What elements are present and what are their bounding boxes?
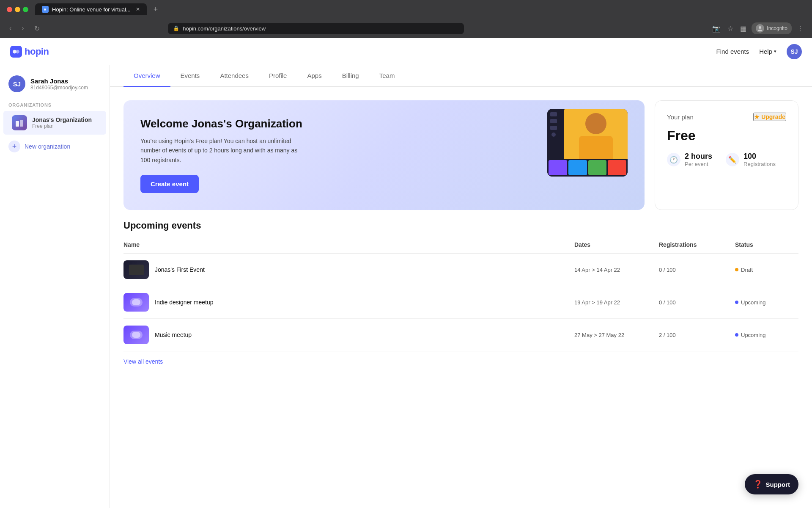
- upcoming-events-section: Upcoming events Name Dates Registrations…: [123, 220, 798, 365]
- event-status-3: Upcoming: [735, 332, 798, 338]
- refresh-button[interactable]: ↻: [32, 23, 42, 34]
- feature-registrations-info: 100 Registrations: [743, 152, 776, 167]
- table-header: Name Dates Registrations Status: [123, 241, 798, 254]
- org-info: Jonas's Organization Free plan: [32, 116, 92, 129]
- event-name-3: Music meetup: [155, 331, 192, 338]
- welcome-description: You're using Hopin's Free plan! You can …: [140, 136, 301, 165]
- browser-titlebar: H Hopin: Online venue for virtual... ✕ +: [0, 0, 812, 19]
- help-dropdown-icon: ▾: [774, 49, 776, 54]
- event-dates-1: 14 Apr > 14 Apr 22: [574, 267, 659, 273]
- welcome-banner: Welcome Jonas's Organization You're usin…: [123, 100, 645, 210]
- tab-close-button[interactable]: ✕: [136, 6, 140, 12]
- new-tab-button[interactable]: +: [154, 5, 158, 14]
- tab-overview[interactable]: Overview: [123, 65, 170, 87]
- tab-profile[interactable]: Profile: [259, 65, 297, 87]
- user-avatar-top[interactable]: SJ: [787, 44, 802, 59]
- help-button[interactable]: Help ▾: [759, 48, 776, 55]
- svg-point-6: [16, 50, 19, 53]
- event-name-cell-1: Jonas's First Event: [123, 260, 574, 279]
- upgrade-button[interactable]: ★ Upgrade: [753, 113, 786, 121]
- event-row-2[interactable]: Indie designer meetup 19 Apr > 19 Apr 22…: [123, 286, 798, 319]
- browser-window: H Hopin: Online venue for virtual... ✕ +…: [0, 0, 812, 508]
- incognito-avatar: [756, 24, 764, 33]
- event-row-3[interactable]: Music meetup 27 May > 27 May 22 2 / 100 …: [123, 319, 798, 351]
- new-organization-button[interactable]: + New organization: [0, 136, 110, 157]
- status-dot-2: [735, 301, 738, 304]
- create-event-button[interactable]: Create event: [140, 175, 199, 193]
- tab-apps[interactable]: Apps: [297, 65, 332, 87]
- top-nav-right: Find events Help ▾ SJ: [716, 44, 802, 59]
- event-dates-3: 27 May > 27 May 22: [574, 332, 659, 338]
- svg-rect-7: [14, 117, 25, 129]
- support-label: Support: [766, 481, 790, 488]
- plan-card-header: Your plan ★ Upgrade: [667, 113, 786, 121]
- view-all-events-link[interactable]: View all events: [123, 358, 163, 365]
- svg-text:H: H: [44, 8, 46, 11]
- status-label-3: Upcoming: [741, 332, 766, 338]
- upcoming-events-title: Upcoming events: [123, 220, 798, 231]
- event-row-1[interactable]: Jonas's First Event 14 Apr > 14 Apr 22 0…: [123, 254, 798, 286]
- sidebar-avatar: SJ: [8, 75, 25, 92]
- org-plan: Free plan: [32, 123, 92, 129]
- event-name-cell-2: Indie designer meetup: [123, 293, 574, 312]
- hours-icon: 🕐: [667, 153, 680, 166]
- plan-feature-registrations: ✏️ 100 Registrations: [726, 152, 776, 167]
- sidebar-toggle-icon[interactable]: ▦: [738, 23, 748, 34]
- browser-addressbar: ‹ › ↻ 🔒 hopin.com/organizations/overview…: [0, 19, 812, 38]
- minimize-window-button[interactable]: [15, 7, 20, 12]
- bookmark-icon[interactable]: ☆: [726, 23, 735, 34]
- tab-events[interactable]: Events: [170, 65, 210, 87]
- organizations-label: ORGANIZATIONS: [0, 102, 110, 111]
- registrations-value: 100: [743, 152, 776, 161]
- tab-title: Hopin: Online venue for virtual...: [52, 6, 131, 13]
- svg-point-3: [758, 30, 762, 31]
- incognito-badge[interactable]: Incognito: [752, 22, 792, 34]
- org-name: Jonas's Organization: [32, 116, 92, 123]
- plan-card: Your plan ★ Upgrade Free 🕐 2 hour: [655, 100, 798, 210]
- status-label-1: Draft: [741, 267, 753, 273]
- plan-feature-hours: 🕐 2 hours Per event: [667, 152, 712, 167]
- content-area: Overview Events Attendees Profile Apps B…: [110, 65, 812, 508]
- status-dot-1: [735, 268, 738, 271]
- sidebar-org-item[interactable]: Jonas's Organization Free plan: [3, 111, 106, 135]
- event-dates-2: 19 Apr > 19 Apr 22: [574, 299, 659, 306]
- event-name-1: Jonas's First Event: [155, 266, 205, 273]
- event-status-2: Upcoming: [735, 299, 798, 306]
- feature-hours-info: 2 hours Per event: [685, 152, 712, 167]
- new-org-plus-icon: +: [8, 141, 20, 152]
- address-bar[interactable]: 🔒 hopin.com/organizations/overview: [168, 23, 464, 34]
- support-icon: ❓: [753, 480, 763, 489]
- back-button[interactable]: ‹: [7, 23, 14, 34]
- close-window-button[interactable]: [7, 7, 12, 12]
- hours-value: 2 hours: [685, 152, 712, 161]
- svg-rect-8: [16, 121, 19, 127]
- tab-billing[interactable]: Billing: [332, 65, 369, 87]
- browser-tab[interactable]: H Hopin: Online venue for virtual... ✕: [35, 3, 147, 15]
- sidebar: SJ Sarah Jonas 81d49065@moodjoy.com ORGA…: [0, 65, 110, 508]
- your-plan-label: Your plan: [667, 113, 694, 121]
- plan-features: 🕐 2 hours Per event ✏️ 100 Reg: [667, 152, 786, 167]
- forward-button[interactable]: ›: [19, 23, 26, 34]
- app-wrapper: hopin Find events Help ▾ SJ SJ Sarah Jon…: [0, 38, 812, 508]
- support-fab[interactable]: ❓ Support: [745, 474, 799, 494]
- browser-actions: 📷 ☆ ▦ Incognito ⋮: [710, 22, 805, 34]
- org-logo: [12, 115, 27, 130]
- camera-off-icon[interactable]: 📷: [710, 23, 722, 34]
- tab-team[interactable]: Team: [369, 65, 405, 87]
- event-registrations-2: 0 / 100: [659, 299, 735, 306]
- welcome-illustration: [535, 109, 628, 189]
- event-thumbnail-1: [123, 260, 149, 279]
- hopin-logo[interactable]: hopin: [10, 46, 49, 58]
- event-thumbnail-2: [123, 293, 149, 312]
- find-events-button[interactable]: Find events: [716, 48, 749, 55]
- url-text: hopin.com/organizations/overview: [183, 25, 266, 32]
- tab-attendees[interactable]: Attendees: [210, 65, 259, 87]
- event-registrations-1: 0 / 100: [659, 267, 735, 273]
- event-thumbnail-3: [123, 326, 149, 344]
- browser-menu-button[interactable]: ⋮: [795, 23, 805, 34]
- plan-name: Free: [667, 128, 786, 144]
- tab-favicon: H: [42, 6, 49, 13]
- maximize-window-button[interactable]: [23, 7, 28, 12]
- new-org-label: New organization: [25, 143, 70, 150]
- security-icon: 🔒: [173, 25, 179, 31]
